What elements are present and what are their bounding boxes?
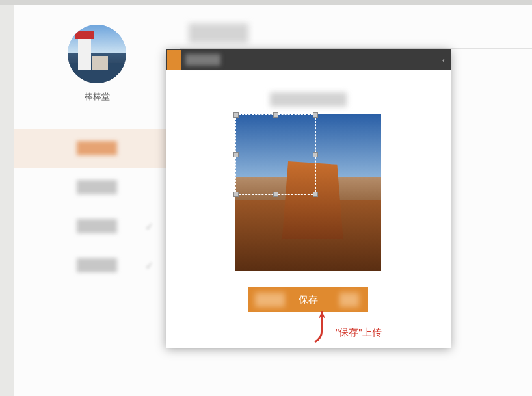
crop-handle-se[interactable] — [313, 192, 318, 197]
crop-handle-w[interactable] — [233, 152, 239, 157]
username: 棒棒堂 — [14, 91, 180, 103]
sidebar-item-label — [77, 141, 117, 155]
crop-handle-nw[interactable] — [233, 112, 239, 118]
check-icon: ✓ — [145, 259, 153, 272]
crop-handle-e[interactable] — [313, 152, 318, 157]
sidebar-item-2[interactable] — [14, 168, 180, 207]
sidebar-item-1[interactable] — [14, 129, 180, 168]
crop-handle-sw[interactable] — [233, 192, 239, 197]
titlebar-accent — [167, 50, 181, 70]
divider — [180, 48, 532, 49]
crop-handle-ne[interactable] — [313, 112, 318, 118]
annotation-text: "保存"上传 — [336, 326, 382, 339]
sidebar: 棒棒堂 ✓ ✓ — [14, 5, 180, 396]
crop-handle-s[interactable] — [273, 192, 278, 197]
avatar[interactable] — [68, 25, 126, 83]
top-strip — [0, 0, 532, 5]
image-crop-modal: ‹ 保存 — [166, 49, 451, 348]
save-button-label: 保存 — [299, 294, 318, 305]
chevron-left-icon: ‹ — [442, 55, 446, 65]
sidebar-item-label — [77, 180, 117, 194]
sidebar-item-4[interactable]: ✓ — [14, 246, 180, 285]
sidebar-item-label — [77, 219, 117, 233]
page-title — [189, 23, 248, 43]
crop-selection[interactable] — [235, 114, 316, 195]
close-button[interactable]: ‹ — [436, 49, 451, 70]
save-button[interactable]: 保存 — [248, 287, 368, 312]
crop-handle-n[interactable] — [273, 112, 278, 118]
modal-title — [185, 54, 220, 66]
crop-canvas[interactable] — [235, 114, 381, 271]
modal-titlebar: ‹ — [166, 49, 451, 70]
sidebar-menu: ✓ ✓ — [14, 129, 180, 285]
modal-subtitle — [270, 92, 347, 107]
check-icon: ✓ — [145, 220, 153, 233]
sidebar-item-label — [77, 258, 117, 272]
sidebar-item-3[interactable]: ✓ — [14, 207, 180, 246]
